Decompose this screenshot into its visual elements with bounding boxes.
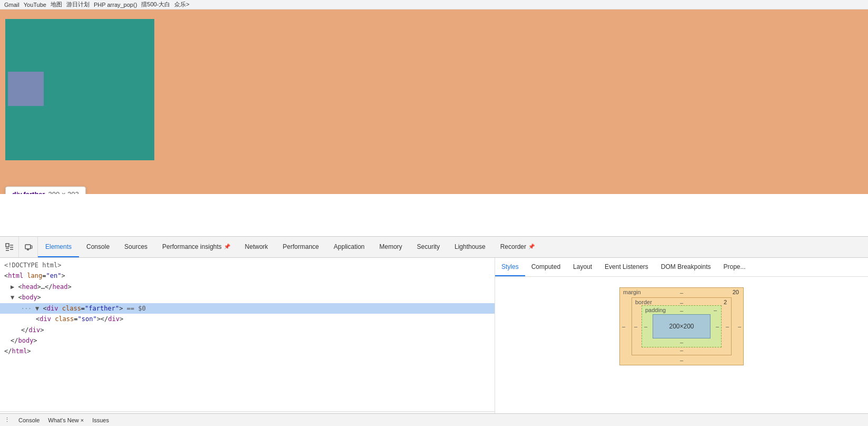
- bookmark-gmail[interactable]: Gmail: [4, 2, 19, 8]
- purple-box: [8, 72, 44, 106]
- bookmark-youtube[interactable]: YouTube: [24, 2, 46, 8]
- tooltip-dimensions: 200 × 202: [48, 190, 79, 195]
- tooltip-element-name: div.farther: [12, 190, 45, 195]
- bookmark-plan[interactable]: 游日计划: [66, 1, 90, 8]
- bookmark-bar: Gmail YouTube 地图 游日计划 PHP array_pop() 擂5…: [0, 0, 868, 9]
- element-tooltip: div.farther 200 × 202: [5, 187, 86, 195]
- bookmark-more[interactable]: 众乐>: [174, 1, 189, 8]
- bookmark-csdn[interactable]: 擂500-大白: [141, 1, 170, 8]
- bookmark-php[interactable]: PHP array_pop(): [94, 2, 137, 8]
- page-viewport: div.farther 200 × 202: [0, 9, 868, 194]
- bookmark-maps[interactable]: 地图: [51, 1, 62, 8]
